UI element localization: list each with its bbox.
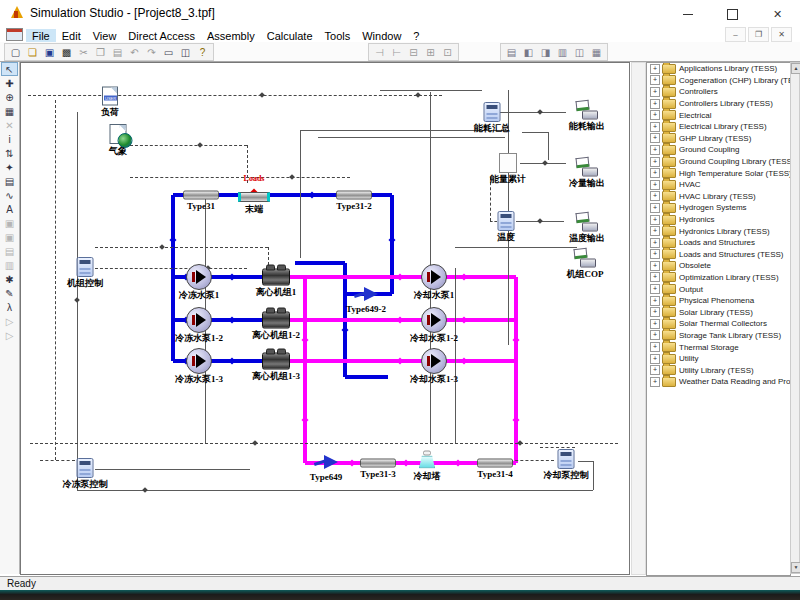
library-tree-item[interactable]: +Hydrogen Systems (647, 202, 790, 214)
expand-icon[interactable]: + (650, 238, 660, 248)
redo-button[interactable]: ↷ (143, 45, 160, 59)
zoom-tool[interactable]: ⊕ (1, 90, 18, 104)
library-tree-item[interactable]: +Weather Data Reading and Process (647, 376, 790, 388)
canvas-vertical-scrollbar[interactable] (631, 62, 646, 575)
expand-icon[interactable]: + (650, 168, 660, 178)
pan-tool[interactable]: ✚ (1, 76, 18, 90)
expand-icon[interactable]: + (650, 342, 660, 352)
flow-link[interactable] (345, 375, 388, 379)
component-chiller-1-3[interactable] (262, 353, 290, 370)
menu-calculate[interactable]: Calculate (261, 29, 319, 43)
tile-button[interactable]: ⊡ (439, 45, 456, 59)
fit-width-button[interactable]: ⊣ (371, 45, 388, 59)
flow-link[interactable] (390, 195, 394, 294)
component-energy-summary[interactable] (484, 102, 501, 122)
save-all-button[interactable]: ▩ (58, 45, 75, 59)
component-chiller-1[interactable] (262, 269, 290, 286)
expand-icon[interactable]: + (650, 180, 660, 190)
component-cw-pump-control[interactable] (558, 449, 575, 469)
expand-icon[interactable]: + (650, 354, 660, 364)
expand-icon[interactable]: + (650, 296, 660, 306)
menu-edit[interactable]: Edit (56, 29, 87, 43)
layout-3-tool[interactable]: ▤ (1, 244, 18, 258)
component-temperature-calc[interactable] (498, 211, 515, 231)
expand-icon[interactable]: + (650, 215, 660, 225)
proforma-tool[interactable]: ▦ (1, 104, 18, 118)
expand-icon[interactable]: + (650, 319, 660, 329)
component-cw-pump-1-3[interactable] (421, 348, 447, 374)
expand-icon[interactable]: + (650, 272, 660, 282)
show-right-pane-button[interactable]: ◨ (537, 45, 554, 59)
component-type31[interactable] (183, 191, 219, 200)
expand-icon[interactable]: + (650, 226, 660, 236)
curve-link-tool[interactable]: ∿ (1, 188, 18, 202)
component-chw-pump-1-3[interactable] (186, 348, 212, 374)
component-cw-pump-1[interactable] (421, 264, 447, 290)
mdi-close-button[interactable]: ✕ (771, 27, 792, 42)
menu-tools[interactable]: Tools (319, 29, 357, 43)
expand-icon[interactable]: + (650, 261, 660, 271)
menu-direct-access[interactable]: Direct Access (122, 29, 201, 43)
component-chw-pump-1[interactable] (186, 264, 212, 290)
expand-icon[interactable]: + (650, 284, 660, 294)
layout-1-tool[interactable]: ▣ (1, 216, 18, 230)
menu-file[interactable]: File (26, 29, 56, 43)
mdi-minimize-button[interactable]: – (725, 27, 746, 42)
save-button[interactable]: ▣ (41, 45, 58, 59)
menu-assembly[interactable]: Assembly (201, 29, 261, 43)
component-chw-pump-1-2[interactable] (186, 307, 212, 333)
flow-link[interactable] (295, 261, 345, 265)
expand-icon[interactable]: + (650, 75, 660, 85)
component-cooling-energy-output[interactable] (576, 158, 598, 177)
play-2-tool[interactable]: ▷ (1, 328, 18, 342)
canvas[interactable]: USER负荷气象Type31末端Type31-2能耗汇总能耗输出能量累计冷量输出… (20, 62, 630, 575)
duplicate-tool[interactable]: ▤ (1, 174, 18, 188)
show-left-pane-button[interactable]: ◧ (520, 45, 537, 59)
delete-tool[interactable]: ✕ (1, 118, 18, 132)
layout-4-tool[interactable]: ▥ (1, 258, 18, 272)
show-grid-button[interactable]: ▦ (588, 45, 605, 59)
component-type31-3[interactable] (360, 459, 396, 468)
expand-icon[interactable]: + (650, 64, 660, 74)
info-tool[interactable]: i (1, 132, 18, 146)
run-tool[interactable]: λ (1, 300, 18, 314)
expand-icon[interactable]: + (650, 203, 660, 213)
close-button[interactable]: ✕ (755, 0, 800, 28)
scroll-up-icon[interactable]: ▲ (791, 63, 800, 74)
menu-window[interactable]: Window (356, 29, 407, 43)
component-chiller-1-2[interactable] (262, 312, 290, 329)
component-weather[interactable] (110, 124, 127, 144)
component-chw-pump-control[interactable] (77, 458, 94, 478)
expand-icon[interactable]: + (650, 377, 660, 387)
cut-button[interactable]: ✂ (75, 45, 92, 59)
scroll-down-icon[interactable]: ▼ (791, 562, 800, 573)
collapse-button[interactable]: ⊟ (405, 45, 422, 59)
expand-icon[interactable]: + (650, 145, 660, 155)
expand-icon[interactable]: + (650, 99, 660, 109)
new-button[interactable]: ▢ (7, 45, 24, 59)
minimize-button[interactable] (665, 0, 710, 28)
expand-button[interactable]: ⊞ (422, 45, 439, 59)
print-preview-button[interactable]: ◫ (177, 45, 194, 59)
help-button[interactable]: ? (194, 45, 211, 59)
expand-icon[interactable]: + (650, 191, 660, 201)
show-proformas-button[interactable]: ▤ (503, 45, 520, 59)
play-1-tool[interactable]: ▷ (1, 314, 18, 328)
component-cw-pump-1-2[interactable] (421, 307, 447, 333)
select-tool[interactable]: ↖ (1, 62, 18, 76)
component-cooling-tower[interactable] (417, 451, 437, 470)
component-terminal-unit[interactable] (238, 192, 270, 202)
expand-icon[interactable]: + (650, 157, 660, 167)
maximize-button[interactable] (710, 0, 755, 28)
expand-icon[interactable]: + (650, 122, 660, 132)
flow-link[interactable] (514, 277, 518, 463)
settings-tool[interactable]: ✱ (1, 272, 18, 286)
menu-view[interactable]: View (87, 29, 123, 43)
paste-button[interactable]: ▤ (109, 45, 126, 59)
component-energy-integrator[interactable] (499, 153, 517, 173)
menu-?[interactable]: ? (407, 29, 425, 43)
component-unit-control[interactable] (77, 257, 94, 277)
component-energy-output[interactable] (576, 101, 598, 120)
expand-icon[interactable]: + (650, 330, 660, 340)
link-tool[interactable]: ⇅ (1, 146, 18, 160)
